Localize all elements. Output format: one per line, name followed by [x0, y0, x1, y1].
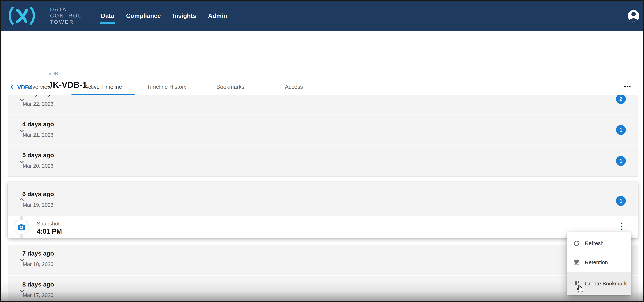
- timeline-row-5-days-ago[interactable]: 5 days agoMar 20, 20231: [8, 146, 638, 176]
- timeline-row-8-days-ago[interactable]: 8 days agoMar 17, 2023: [8, 276, 638, 301]
- brand-line: TOWER: [50, 19, 82, 25]
- tab-overview[interactable]: Overview: [8, 79, 72, 95]
- brand-divider: [44, 7, 44, 25]
- timeline-list: 3 days agoMar 22, 202324 days agoMar 21,…: [1, 95, 643, 301]
- delphix-logo-icon: [6, 5, 38, 27]
- expanded-day-card: 6 days agoMar 19, 20231Snapshot4:01 PM⋮: [8, 182, 638, 238]
- top-navbar: DATA CONTROL TOWER DataComplianceInsight…: [1, 1, 643, 31]
- tab-timeline-history[interactable]: Timeline History: [135, 79, 198, 95]
- row-date: Mar 19, 2023: [23, 202, 54, 208]
- row-date: Mar 18, 2023: [23, 261, 54, 267]
- row-date: Mar 22, 2023: [23, 101, 54, 107]
- app-window: DATA CONTROL TOWER DataComplianceInsight…: [0, 0, 644, 302]
- row-title: 7 days ago: [22, 250, 54, 257]
- nav-item-insights[interactable]: Insights: [173, 1, 196, 31]
- brand-line: DATA: [50, 6, 82, 12]
- nav-item-data[interactable]: Data: [101, 1, 114, 31]
- retention-calendar-icon: [573, 259, 580, 266]
- timeline-row-3-days-ago[interactable]: 3 days agoMar 22, 20232: [8, 95, 638, 114]
- event-count-badge: 1: [616, 196, 626, 206]
- brand: DATA CONTROL TOWER: [6, 5, 82, 27]
- event-kebab-menu-button[interactable]: ⋮: [616, 222, 627, 231]
- object-type-label: VDB: [48, 71, 58, 76]
- more-options-button[interactable]: •••: [623, 84, 632, 89]
- event-count-badge: 2: [616, 95, 626, 104]
- tab-bar: OverviewActive TimelineTimeline HistoryB…: [1, 79, 643, 95]
- row-title: 3 days ago: [22, 95, 54, 97]
- refresh-icon: [573, 240, 580, 247]
- row-title: 8 days ago: [22, 281, 54, 288]
- primary-nav: DataComplianceInsightsAdmin: [101, 1, 239, 31]
- menu-item-refresh[interactable]: Refresh: [567, 234, 631, 253]
- tab-bookmarks[interactable]: Bookmarks: [198, 79, 262, 95]
- row-date: Mar 17, 2023: [23, 292, 54, 298]
- row-title: 5 days ago: [22, 152, 54, 159]
- row-title: 4 days ago: [22, 121, 54, 128]
- row-title: 6 days ago: [22, 190, 54, 198]
- context-menu: RefreshRetentionCreate Bookmark: [567, 232, 631, 295]
- row-date: Mar 20, 2023: [23, 163, 54, 169]
- menu-item-create-bookmark[interactable]: Create Bookmark: [567, 272, 631, 295]
- tab-active-timeline[interactable]: Active Timeline: [72, 79, 135, 95]
- nav-item-admin[interactable]: Admin: [208, 1, 227, 31]
- event-time: 4:01 PM: [37, 228, 62, 235]
- timeline-row-4-days-ago[interactable]: 4 days agoMar 21, 20231: [8, 116, 638, 146]
- user-avatar-icon[interactable]: [628, 10, 639, 22]
- row-date: Mar 21, 2023: [23, 132, 54, 138]
- camera-icon: [14, 219, 29, 235]
- nav-item-compliance[interactable]: Compliance: [126, 1, 161, 31]
- create-bookmark-icon: [573, 280, 580, 287]
- page-header: VDBs VDB JK-VDB-1 ID: 5-MSSQL_DB_CONTAIN…: [1, 31, 643, 79]
- menu-item-label: Refresh: [585, 240, 604, 246]
- menu-item-retention[interactable]: Retention: [567, 253, 631, 272]
- tab-access[interactable]: Access: [262, 79, 326, 95]
- menu-item-label: Create Bookmark: [585, 280, 627, 287]
- timeline-row-6-days-ago[interactable]: 6 days agoMar 19, 20231: [8, 182, 638, 216]
- brand-line: CONTROL: [50, 12, 82, 19]
- timeline-row-7-days-ago[interactable]: 7 days agoMar 18, 2023: [8, 245, 638, 275]
- event-type-label: Snapshot: [37, 220, 60, 227]
- event-count-badge: 1: [616, 125, 626, 135]
- event-count-badge: 1: [616, 156, 626, 166]
- menu-item-label: Retention: [585, 259, 608, 266]
- timeline-event-row: Snapshot4:01 PM⋮: [8, 216, 638, 238]
- brand-wordmark: DATA CONTROL TOWER: [50, 6, 82, 25]
